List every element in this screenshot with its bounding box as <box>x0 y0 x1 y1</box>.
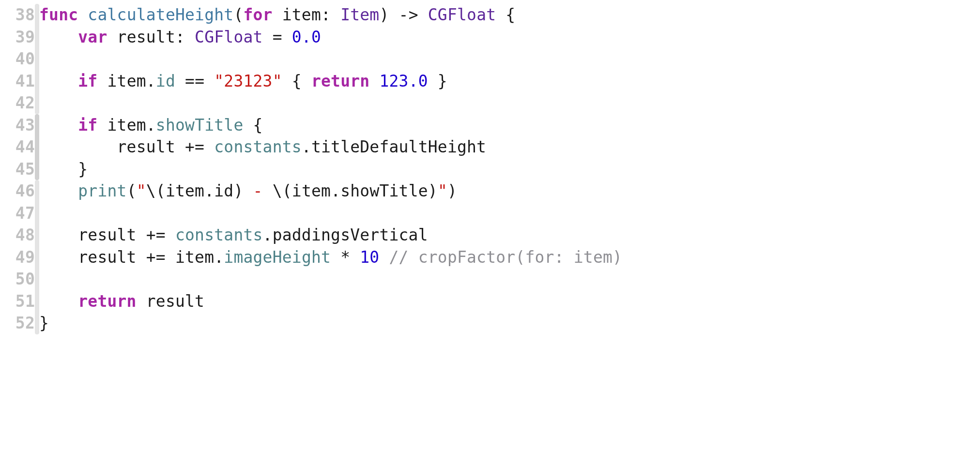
type: Item <box>340 5 379 24</box>
code-line[interactable]: return result <box>39 290 622 313</box>
line-number: 44 <box>0 136 35 158</box>
code-line[interactable] <box>39 48 622 70</box>
brace: { <box>496 5 515 24</box>
member: showTitle <box>156 116 244 135</box>
identifier: result <box>117 28 175 46</box>
keyword: return <box>78 292 136 311</box>
function-name: calculateHeight <box>88 5 233 24</box>
keyword: if <box>78 116 97 135</box>
identifier: item <box>292 181 331 200</box>
space <box>166 248 175 267</box>
brace: } <box>428 72 447 90</box>
code-line[interactable]: print("\(item.id) - \(item.showTitle)") <box>39 180 622 202</box>
code-line[interactable]: var result: CGFloat = 0.0 <box>39 26 622 48</box>
member: id <box>156 72 175 90</box>
brace: } <box>39 314 49 332</box>
interpolation-open: \( <box>146 181 166 200</box>
operator: == <box>175 72 214 90</box>
code-line[interactable]: result += item.imageHeight * 10 // cropF… <box>39 246 622 269</box>
indent <box>39 226 78 244</box>
string-quote: " <box>137 181 146 200</box>
brace: } <box>78 160 88 179</box>
line-number: 45 <box>0 158 35 180</box>
indent <box>39 248 78 267</box>
identifier: result <box>117 137 185 156</box>
dot: . <box>263 226 273 244</box>
number-literal: 123.0 <box>379 72 428 90</box>
code-line[interactable]: } <box>39 158 622 180</box>
operator: += <box>146 248 166 267</box>
member: paddingsVertical <box>273 226 428 244</box>
code-line[interactable]: if item.showTitle { <box>39 114 622 136</box>
identifier: result <box>78 226 146 244</box>
line-number: 48 <box>0 224 35 246</box>
code-line[interactable]: if item.id == "23123" { return 123.0 } <box>39 70 622 92</box>
space <box>107 28 117 46</box>
indent <box>39 116 78 135</box>
dot: . <box>146 72 156 90</box>
member: titleDefaultHeight <box>311 137 486 156</box>
type: CGFloat <box>195 28 262 46</box>
change-marker-gutter <box>35 4 39 334</box>
code-area[interactable]: func calculateHeight(for item: Item) -> … <box>39 4 622 334</box>
code-line[interactable]: } <box>39 312 622 334</box>
line-number: 42 <box>0 92 35 114</box>
keyword: for <box>243 5 272 24</box>
dot: . <box>146 116 156 135</box>
comment: // cropFactor(for: item) <box>389 248 623 267</box>
line-number: 46 <box>0 180 35 202</box>
operator: * <box>331 248 360 267</box>
colon: : <box>321 5 340 24</box>
line-number: 38 <box>0 4 35 26</box>
number-literal: 10 <box>360 248 379 267</box>
keyword: if <box>78 72 97 90</box>
member: imageHeight <box>224 248 331 267</box>
member: showTitle <box>340 181 428 200</box>
paren: ) <box>379 5 389 24</box>
interpolation-close: ) <box>428 181 438 200</box>
code-line[interactable]: result += constants.paddingsVertical <box>39 224 622 246</box>
operator: += <box>185 137 204 156</box>
indent <box>39 160 78 179</box>
string-literal: "23123" <box>214 72 282 90</box>
space <box>97 116 107 135</box>
keyword: func <box>39 5 78 24</box>
identifier: item <box>175 248 214 267</box>
indent <box>39 292 78 311</box>
space <box>379 248 389 267</box>
code-line[interactable]: result += constants.titleDefaultHeight <box>39 136 622 158</box>
paren: ) <box>447 181 457 200</box>
dot: . <box>302 137 311 156</box>
change-marker <box>35 114 39 180</box>
operator: += <box>146 226 166 244</box>
operator: = <box>263 28 292 46</box>
brace: { <box>282 72 311 90</box>
identifier: item <box>107 116 146 135</box>
code-line[interactable] <box>39 202 622 225</box>
line-number: 39 <box>0 26 35 48</box>
keyword: var <box>78 28 107 46</box>
space <box>369 72 379 90</box>
code-line[interactable] <box>39 92 622 114</box>
code-line[interactable] <box>39 268 622 290</box>
identifier: constants <box>175 226 263 244</box>
interpolation-open: \( <box>273 181 292 200</box>
space <box>78 5 88 24</box>
line-number: 41 <box>0 70 35 92</box>
line-number: 40 <box>0 48 35 70</box>
identifier: result <box>78 248 146 267</box>
indent <box>39 137 117 156</box>
function-call: print <box>78 181 126 200</box>
line-number: 50 <box>0 268 35 290</box>
colon: : <box>175 28 195 46</box>
line-number: 49 <box>0 246 35 269</box>
code-line[interactable]: func calculateHeight(for item: Item) -> … <box>39 4 622 26</box>
change-marker <box>35 4 39 114</box>
space <box>137 292 146 311</box>
paren: ( <box>233 5 243 24</box>
type: CGFloat <box>428 5 496 24</box>
line-number: 43 <box>0 114 35 136</box>
space <box>204 137 214 156</box>
identifier: constants <box>214 137 302 156</box>
brace: { <box>243 116 262 135</box>
